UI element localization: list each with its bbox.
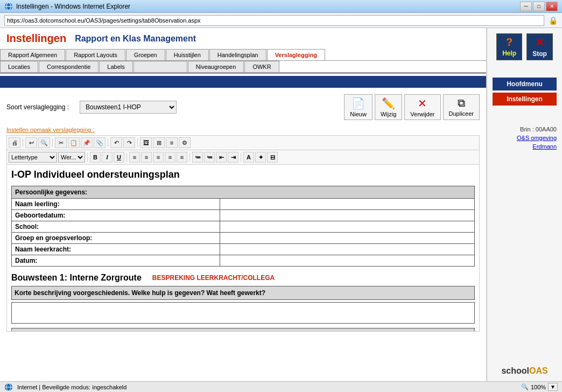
verslaglegging-controls: Soort verslaglegging : Bouwsteen1 I-HOP … [0,90,486,124]
tab-empty [134,61,187,72]
user-link[interactable]: Erdmann [532,143,557,150]
stop-button[interactable]: ✕ Stop [526,33,553,60]
highlight-button[interactable]: ✦ [255,152,266,163]
separator [241,153,241,162]
nav-tabs-container: Rapport Algemeen Rapport Layouts Groepen… [0,49,486,74]
hoofdmenu-button[interactable]: Hoofdmenu [493,78,557,90]
list-ul-button[interactable]: ≔ [192,152,203,163]
underline-button[interactable]: U [114,152,124,163]
row-value [220,221,475,233]
table-button[interactable]: ⊞ [153,137,165,148]
table-row: Naam leerling: [12,199,475,210]
status-text: Internet | Beveiligde modus: ingeschakel… [17,384,127,390]
instellingen-button[interactable]: Instellingen [493,93,557,106]
toolbar-row1: 🖨 ↩ 🔍 ✂ 📋 📌 📎 ↶ ↷ 🖼 ⊞ ≡ ⚙ [6,135,480,150]
align-justify-button[interactable]: ≡ [165,152,175,163]
lock-icon: 🔒 [549,16,558,25]
row-label: School: [12,221,220,233]
tab-rapport-layouts[interactable]: Rapport Layouts [66,49,125,60]
separator [108,138,108,147]
align-center-button[interactable]: ≡ [141,152,152,163]
omgeving-link[interactable]: O&S omgeving [517,135,557,141]
text-box1-label: Korte beschrijving voorgeschiedenis. Wel… [11,286,475,300]
right-sidebar: ? Help ✕ Stop Hoofdmenu Instellingen Bri… [487,28,562,381]
size-select[interactable]: Wer... [58,152,85,163]
title-bar: Instellingen - Windows Internet Explorer… [0,0,562,13]
redo-button[interactable]: 🔍 [38,137,50,148]
image-button[interactable]: 🖼 [140,137,152,148]
paste-special-button[interactable]: 📎 [94,137,106,148]
help-button[interactable]: ? Help [496,33,522,60]
row-value [220,233,475,244]
section1-badge: BESPREKING LEERKRACHT/COLLEGA [152,274,275,282]
italic-button[interactable]: I [102,152,113,163]
special-button[interactable]: ≡ [166,137,178,148]
tab-verslaglegging[interactable]: Verslaglegging [267,49,325,60]
soort-select[interactable]: Bouwsteen1 I-HOP [80,101,177,114]
minimize-button[interactable]: ─ [520,2,532,11]
separator [137,138,138,147]
new-document-icon: 📄 [352,97,365,110]
address-bar: 🔒 [0,13,562,28]
oas-text: OAS [529,366,548,375]
cut-button[interactable]: ✂ [55,137,67,148]
align-right-button[interactable]: ≡ [153,152,164,163]
tab-handelingsplan[interactable]: Handelingsplan [209,49,266,60]
stop-label: Stop [532,50,547,58]
indent-left-button[interactable]: ≡ [177,152,187,163]
table-row: Geboortedatum: [12,210,475,221]
delete-icon: ✕ [418,97,427,110]
print-button[interactable]: 🖨 [9,137,20,148]
tab-correspondentie[interactable]: Correspondentie [39,61,99,72]
editor-label[interactable]: Instellen opmaak verslaglegging : [0,124,486,135]
tab-niveaugroepen[interactable]: Niveaugroepen [188,61,244,72]
align-left-button[interactable]: ≡ [129,152,140,163]
globe-icon [4,383,13,391]
undo-button[interactable]: ↩ [25,137,37,148]
copy-button[interactable]: 📋 [68,137,80,148]
separator [127,153,127,162]
paste-button[interactable]: 📌 [81,137,93,148]
edit-icon: ✏️ [382,97,395,110]
section1-header: Bouwsteen 1: Interne Zorgroute BESPREKIN… [11,273,475,283]
verwijder-button[interactable]: ✕ Verwijder [404,94,440,120]
table-row: School: [12,221,475,233]
soort-label: Soort verslaglegging : [6,103,69,111]
tab-labels[interactable]: Labels [99,61,132,72]
zoom-button[interactable]: ▼ [548,383,558,391]
row-value [220,210,475,221]
dupliceer-button[interactable]: ⧉ Dupliceer [443,94,480,120]
user-info: Erdmann [487,143,557,150]
row-label: Naam leerling: [12,199,220,210]
list-ol-button[interactable]: ≔ [204,152,215,163]
action-buttons: 📄 Nieuw ✏️ Wijzig ✕ Verwijder ⧉ Duplicee… [344,94,480,120]
tab-owkr[interactable]: OWKR [244,61,279,72]
list-indent-button[interactable]: ⇥ [228,152,238,163]
redo2-button[interactable]: ↷ [123,137,135,148]
font-select[interactable]: Lettertype [9,152,57,163]
bold-button[interactable]: B [90,152,101,163]
school-text: school [501,366,529,375]
close-button[interactable]: ✕ [546,2,558,11]
wijzig-button[interactable]: ✏️ Wijzig [375,94,402,120]
text-box1-content[interactable] [11,302,475,324]
school-oas-logo: schoolOAS [501,366,547,376]
tab-huisstijlen[interactable]: Huisstijlen [166,49,209,60]
misc-button[interactable]: ⚙ [179,137,191,148]
outdent-button[interactable]: ⇤ [216,152,227,163]
text-box2-label: Wat zou de leerling graag willen leren. … [11,328,475,332]
tab-locaties[interactable]: Locaties [0,61,38,72]
nieuw-button[interactable]: 📄 Nieuw [344,94,373,120]
zoom-area: 🔍 100% ▼ [521,383,558,391]
font-color-button[interactable]: A [243,152,254,163]
ie-icon [4,2,13,11]
restore-button[interactable]: □ [533,2,545,11]
undo2-button[interactable]: ↶ [110,137,122,148]
editor-content[interactable]: I-OP Individueel ondersteuningsplan Pers… [6,165,480,332]
tab-groepen[interactable]: Groepen [126,49,165,60]
url-input[interactable] [4,15,544,26]
format-misc-button[interactable]: ⊟ [267,152,278,163]
tab-rapport-algemeen[interactable]: Rapport Algemeen [0,49,65,60]
row-label: Datum: [12,255,220,267]
row-value [220,244,475,255]
